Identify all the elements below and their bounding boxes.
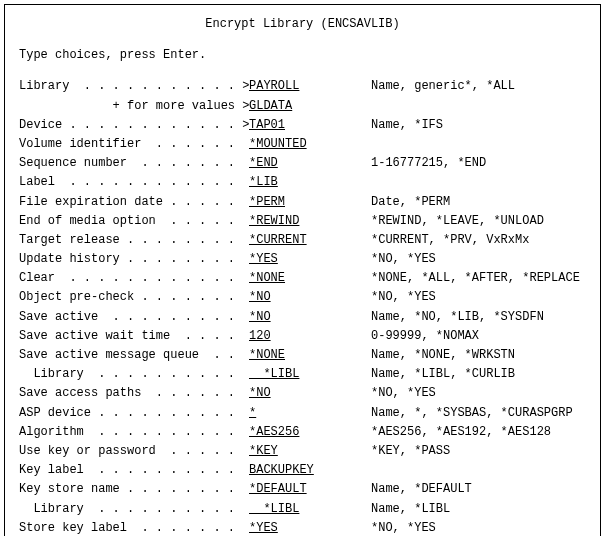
field-input[interactable]: *KEY [249, 442, 319, 461]
field-input[interactable]: *YES [249, 250, 319, 269]
field-label: Update history . . . . . . . . [19, 250, 249, 269]
field-value-col: *NONE [249, 346, 359, 365]
field-label: Volume identifier . . . . . . [19, 135, 249, 154]
field-input[interactable]: GLDATA [249, 97, 319, 116]
field-value-col: *KEY [249, 442, 359, 461]
fields-container: Library . . . . . . . . . . . > PAYROLLN… [19, 77, 586, 536]
field-value-col: 120 [249, 327, 359, 346]
field-row: Algorithm . . . . . . . . . . *AES256*AE… [19, 423, 586, 442]
field-label: Store key label . . . . . . . [19, 519, 249, 536]
field-input[interactable]: *LIB [249, 173, 319, 192]
field-hint: 1-16777215, *END [359, 154, 486, 173]
field-hint: Name, *NO, *LIB, *SYSDFN [359, 308, 544, 327]
field-input[interactable]: *PERM [249, 193, 319, 212]
field-label: Save active message queue . . [19, 346, 249, 365]
field-value-col: *NONE [249, 269, 359, 288]
field-value-col: *DEFAULT [249, 480, 359, 499]
field-input[interactable]: *NO [249, 288, 319, 307]
field-row: Device . . . . . . . . . . . . > TAP01Na… [19, 116, 586, 135]
field-label: Library . . . . . . . . . . . > [19, 77, 249, 96]
field-hint: *CURRENT, *PRV, VxRxMx [359, 231, 529, 250]
field-value-col: *LIBL [249, 500, 359, 519]
field-input[interactable]: *LIBL [249, 365, 319, 384]
field-hint: Date, *PERM [359, 193, 450, 212]
field-row: Update history . . . . . . . . *YES*NO, … [19, 250, 586, 269]
field-value-col: *END [249, 154, 359, 173]
field-hint: Name, *IFS [359, 116, 443, 135]
field-hint: *REWIND, *LEAVE, *UNLOAD [359, 212, 544, 231]
field-label: Device . . . . . . . . . . . . > [19, 116, 249, 135]
field-input[interactable]: *DEFAULT [249, 480, 319, 499]
field-label: Algorithm . . . . . . . . . . [19, 423, 249, 442]
field-input[interactable]: BACKUPKEY [249, 461, 337, 480]
field-row: Use key or password . . . . . *KEY*KEY, … [19, 442, 586, 461]
field-input[interactable]: *AES256 [249, 423, 319, 442]
field-input[interactable]: TAP01 [249, 116, 319, 135]
field-label: Object pre-check . . . . . . . [19, 288, 249, 307]
field-label: End of media option . . . . . [19, 212, 249, 231]
field-value-col: TAP01 [249, 116, 359, 135]
field-label: Library . . . . . . . . . . [19, 500, 249, 519]
field-hint: *NO, *YES [359, 519, 436, 536]
field-value-col: BACKUPKEY [249, 461, 359, 480]
field-label: Key label . . . . . . . . . . [19, 461, 249, 480]
field-row: File expiration date . . . . . *PERMDate… [19, 193, 586, 212]
field-label: Use key or password . . . . . [19, 442, 249, 461]
field-label: Save active wait time . . . . [19, 327, 249, 346]
field-hint: 0-99999, *NOMAX [359, 327, 479, 346]
field-row: ASP device . . . . . . . . . . *Name, *,… [19, 404, 586, 423]
field-input[interactable]: *YES [249, 519, 319, 536]
field-row: Object pre-check . . . . . . . *NO*NO, *… [19, 288, 586, 307]
field-input[interactable]: *END [249, 154, 319, 173]
field-row: Save access paths . . . . . . *NO*NO, *Y… [19, 384, 586, 403]
field-hint: Name, *, *SYSBAS, *CURASPGRP [359, 404, 573, 423]
field-hint: *NO, *YES [359, 250, 436, 269]
field-value-col: PAYROLL [249, 77, 359, 96]
field-input[interactable]: *LIBL [249, 500, 319, 519]
field-value-col: *PERM [249, 193, 359, 212]
field-hint: Name, *DEFAULT [359, 480, 472, 499]
field-value-col: *NO [249, 288, 359, 307]
field-input[interactable]: *CURRENT [249, 231, 319, 250]
field-input[interactable]: 120 [249, 327, 319, 346]
field-input[interactable]: *REWIND [249, 212, 319, 231]
field-hint: *NONE, *ALL, *AFTER, *REPLACE [359, 269, 580, 288]
field-input[interactable]: *NO [249, 308, 319, 327]
field-hint: Name, generic*, *ALL [359, 77, 515, 96]
field-label: ASP device . . . . . . . . . . [19, 404, 249, 423]
field-row: Key store name . . . . . . . . *DEFAULTN… [19, 480, 586, 499]
field-label: + for more values > [19, 97, 249, 116]
field-input[interactable]: *NONE [249, 269, 319, 288]
field-row: Volume identifier . . . . . . *MOUNTED [19, 135, 586, 154]
field-value-col: *LIB [249, 173, 359, 192]
field-row: Label . . . . . . . . . . . . *LIB [19, 173, 586, 192]
field-hint: Name, *NONE, *WRKSTN [359, 346, 515, 365]
field-label: File expiration date . . . . . [19, 193, 249, 212]
field-input[interactable]: *NO [249, 384, 319, 403]
field-value-col: GLDATA [249, 97, 359, 116]
field-input[interactable]: * [249, 404, 319, 423]
field-hint: *NO, *YES [359, 288, 436, 307]
field-value-col: * [249, 404, 359, 423]
field-hint: Name, *LIBL, *CURLIB [359, 365, 515, 384]
field-label: Library . . . . . . . . . . [19, 365, 249, 384]
command-screen: Encrypt Library (ENCSAVLIB) Type choices… [4, 4, 601, 536]
field-label: Label . . . . . . . . . . . . [19, 173, 249, 192]
field-row: Library . . . . . . . . . . *LIBLName, *… [19, 365, 586, 384]
field-value-col: *NO [249, 308, 359, 327]
field-value-col: *LIBL [249, 365, 359, 384]
field-input[interactable]: *NONE [249, 346, 319, 365]
page-title: Encrypt Library (ENCSAVLIB) [19, 15, 586, 34]
field-label: Target release . . . . . . . . [19, 231, 249, 250]
field-input[interactable]: PAYROLL [249, 77, 319, 96]
field-label: Sequence number . . . . . . . [19, 154, 249, 173]
field-input[interactable]: *MOUNTED [249, 135, 319, 154]
instruction-text: Type choices, press Enter. [19, 46, 586, 65]
field-value-col: *YES [249, 519, 359, 536]
field-row: Sequence number . . . . . . . *END1-1677… [19, 154, 586, 173]
field-label: Clear . . . . . . . . . . . . [19, 269, 249, 288]
field-row: End of media option . . . . . *REWIND*RE… [19, 212, 586, 231]
field-row: Store key label . . . . . . . *YES*NO, *… [19, 519, 586, 536]
field-row: Save active message queue . . *NONEName,… [19, 346, 586, 365]
field-row: Target release . . . . . . . . *CURRENT*… [19, 231, 586, 250]
